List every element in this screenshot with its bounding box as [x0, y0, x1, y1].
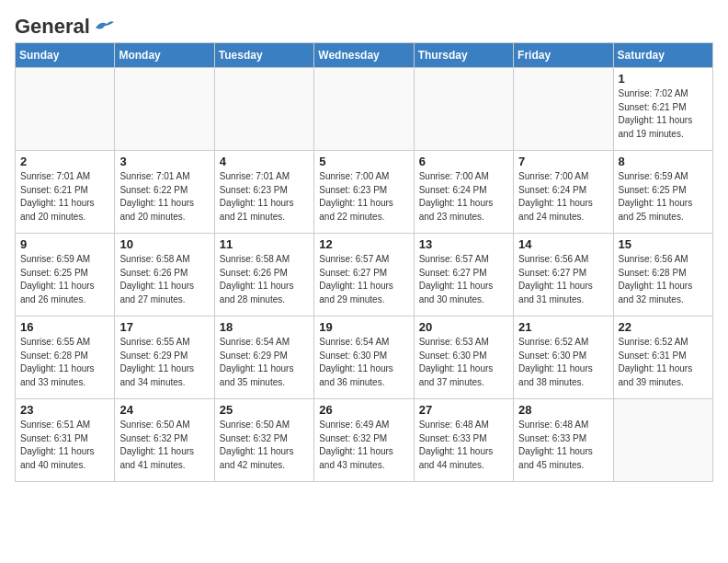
day-number: 17	[119, 320, 209, 334]
day-info: Sunrise: 6:52 AM Sunset: 6:31 PM Dayligh…	[619, 336, 708, 389]
calendar-cell: 18Sunrise: 6:54 AM Sunset: 6:29 PM Dayli…	[214, 316, 313, 399]
col-header-thursday: Thursday	[414, 43, 513, 68]
day-number: 25	[220, 403, 309, 417]
calendar-cell: 9Sunrise: 6:59 AM Sunset: 6:25 PM Daylig…	[16, 234, 115, 316]
calendar-cell: 4Sunrise: 7:01 AM Sunset: 6:23 PM Daylig…	[214, 151, 313, 234]
day-number: 23	[20, 403, 109, 417]
calendar-cell: 15Sunrise: 6:56 AM Sunset: 6:28 PM Dayli…	[613, 234, 712, 316]
day-info: Sunrise: 6:58 AM Sunset: 6:26 PM Dayligh…	[119, 253, 209, 306]
day-number: 6	[419, 155, 508, 168]
calendar-cell: 17Sunrise: 6:55 AM Sunset: 6:29 PM Dayli…	[115, 316, 214, 399]
day-number: 16	[20, 320, 109, 334]
calendar-cell: 19Sunrise: 6:54 AM Sunset: 6:30 PM Dayli…	[314, 316, 414, 399]
col-header-saturday: Saturday	[613, 43, 712, 68]
week-row-2: 2Sunrise: 7:01 AM Sunset: 6:21 PM Daylig…	[16, 151, 713, 234]
logo-bird-icon	[94, 18, 114, 35]
day-info: Sunrise: 7:02 AM Sunset: 6:21 PM Dayligh…	[619, 87, 708, 141]
calendar-cell: 23Sunrise: 6:51 AM Sunset: 6:31 PM Dayli…	[16, 399, 115, 482]
calendar-cell: 25Sunrise: 6:50 AM Sunset: 6:32 PM Dayli…	[214, 399, 313, 482]
day-info: Sunrise: 7:00 AM Sunset: 6:24 PM Dayligh…	[518, 170, 608, 224]
calendar-cell: 26Sunrise: 6:49 AM Sunset: 6:32 PM Dayli…	[314, 399, 414, 482]
day-info: Sunrise: 6:59 AM Sunset: 6:25 PM Dayligh…	[619, 170, 708, 224]
day-info: Sunrise: 7:00 AM Sunset: 6:23 PM Dayligh…	[319, 170, 408, 224]
day-number: 4	[220, 155, 309, 168]
day-number: 12	[319, 237, 408, 251]
calendar-cell	[16, 68, 115, 151]
calendar-cell: 28Sunrise: 6:48 AM Sunset: 6:33 PM Dayli…	[514, 399, 613, 482]
calendar-cell	[214, 68, 313, 151]
day-info: Sunrise: 6:58 AM Sunset: 6:26 PM Dayligh…	[220, 253, 309, 306]
day-info: Sunrise: 6:50 AM Sunset: 6:32 PM Dayligh…	[220, 419, 309, 472]
day-info: Sunrise: 6:56 AM Sunset: 6:28 PM Dayligh…	[619, 253, 708, 306]
calendar-cell: 6Sunrise: 7:00 AM Sunset: 6:24 PM Daylig…	[414, 151, 513, 234]
calendar-header-row: SundayMondayTuesdayWednesdayThursdayFrid…	[16, 43, 713, 68]
day-number: 19	[319, 320, 408, 334]
day-number: 1	[619, 72, 708, 86]
day-info: Sunrise: 6:57 AM Sunset: 6:27 PM Dayligh…	[319, 253, 408, 306]
day-info: Sunrise: 6:54 AM Sunset: 6:30 PM Dayligh…	[319, 336, 408, 389]
day-number: 28	[518, 403, 608, 417]
day-info: Sunrise: 6:57 AM Sunset: 6:27 PM Dayligh…	[419, 253, 508, 306]
day-info: Sunrise: 6:56 AM Sunset: 6:27 PM Dayligh…	[518, 253, 608, 306]
day-info: Sunrise: 6:52 AM Sunset: 6:30 PM Dayligh…	[518, 336, 608, 389]
day-number: 2	[20, 155, 109, 168]
col-header-wednesday: Wednesday	[314, 43, 414, 68]
calendar-cell	[514, 68, 613, 151]
day-number: 15	[619, 237, 708, 251]
page-header: General	[15, 15, 713, 35]
calendar-cell: 22Sunrise: 6:52 AM Sunset: 6:31 PM Dayli…	[613, 316, 712, 399]
calendar-cell: 1Sunrise: 7:02 AM Sunset: 6:21 PM Daylig…	[613, 68, 712, 151]
day-info: Sunrise: 7:00 AM Sunset: 6:24 PM Dayligh…	[419, 170, 508, 224]
col-header-tuesday: Tuesday	[214, 43, 313, 68]
day-info: Sunrise: 6:48 AM Sunset: 6:33 PM Dayligh…	[419, 419, 508, 472]
day-number: 21	[518, 320, 608, 334]
calendar-cell: 8Sunrise: 6:59 AM Sunset: 6:25 PM Daylig…	[613, 151, 712, 234]
day-number: 5	[319, 155, 408, 168]
week-row-1: 1Sunrise: 7:02 AM Sunset: 6:21 PM Daylig…	[16, 68, 713, 151]
calendar-cell: 14Sunrise: 6:56 AM Sunset: 6:27 PM Dayli…	[514, 234, 613, 316]
calendar-cell	[613, 399, 712, 482]
day-number: 26	[319, 403, 408, 417]
day-number: 27	[419, 403, 508, 417]
day-info: Sunrise: 7:01 AM Sunset: 6:21 PM Dayligh…	[20, 170, 109, 224]
day-number: 18	[220, 320, 309, 334]
day-number: 13	[419, 237, 508, 251]
day-info: Sunrise: 6:48 AM Sunset: 6:33 PM Dayligh…	[518, 419, 608, 472]
calendar-cell: 21Sunrise: 6:52 AM Sunset: 6:30 PM Dayli…	[514, 316, 613, 399]
col-header-friday: Friday	[514, 43, 613, 68]
day-info: Sunrise: 7:01 AM Sunset: 6:23 PM Dayligh…	[220, 170, 309, 224]
day-info: Sunrise: 6:53 AM Sunset: 6:30 PM Dayligh…	[419, 336, 508, 389]
calendar-cell: 24Sunrise: 6:50 AM Sunset: 6:32 PM Dayli…	[115, 399, 214, 482]
week-row-3: 9Sunrise: 6:59 AM Sunset: 6:25 PM Daylig…	[16, 234, 713, 316]
calendar-cell	[314, 68, 414, 151]
calendar-cell: 27Sunrise: 6:48 AM Sunset: 6:33 PM Dayli…	[414, 399, 513, 482]
week-row-4: 16Sunrise: 6:55 AM Sunset: 6:28 PM Dayli…	[16, 316, 713, 399]
calendar-cell: 3Sunrise: 7:01 AM Sunset: 6:22 PM Daylig…	[115, 151, 214, 234]
week-row-5: 23Sunrise: 6:51 AM Sunset: 6:31 PM Dayli…	[16, 399, 713, 482]
calendar-cell: 16Sunrise: 6:55 AM Sunset: 6:28 PM Dayli…	[16, 316, 115, 399]
day-info: Sunrise: 6:49 AM Sunset: 6:32 PM Dayligh…	[319, 419, 408, 472]
day-info: Sunrise: 6:55 AM Sunset: 6:29 PM Dayligh…	[119, 336, 209, 389]
calendar-cell	[414, 68, 513, 151]
logo: General	[15, 15, 114, 35]
day-info: Sunrise: 6:54 AM Sunset: 6:29 PM Dayligh…	[220, 336, 309, 389]
day-number: 14	[518, 237, 608, 251]
day-number: 3	[119, 155, 209, 168]
calendar-cell: 11Sunrise: 6:58 AM Sunset: 6:26 PM Dayli…	[214, 234, 313, 316]
col-header-sunday: Sunday	[16, 43, 115, 68]
calendar-cell: 20Sunrise: 6:53 AM Sunset: 6:30 PM Dayli…	[414, 316, 513, 399]
calendar-cell: 10Sunrise: 6:58 AM Sunset: 6:26 PM Dayli…	[115, 234, 214, 316]
day-number: 22	[619, 320, 708, 334]
col-header-monday: Monday	[115, 43, 214, 68]
day-info: Sunrise: 6:50 AM Sunset: 6:32 PM Dayligh…	[119, 419, 209, 472]
day-number: 8	[619, 155, 708, 168]
day-number: 20	[419, 320, 508, 334]
day-number: 11	[220, 237, 309, 251]
calendar-table: SundayMondayTuesdayWednesdayThursdayFrid…	[15, 42, 713, 482]
calendar-cell: 13Sunrise: 6:57 AM Sunset: 6:27 PM Dayli…	[414, 234, 513, 316]
calendar-cell	[115, 68, 214, 151]
calendar-cell: 2Sunrise: 7:01 AM Sunset: 6:21 PM Daylig…	[16, 151, 115, 234]
calendar-cell: 5Sunrise: 7:00 AM Sunset: 6:23 PM Daylig…	[314, 151, 414, 234]
day-info: Sunrise: 7:01 AM Sunset: 6:22 PM Dayligh…	[119, 170, 209, 224]
calendar-cell: 7Sunrise: 7:00 AM Sunset: 6:24 PM Daylig…	[514, 151, 613, 234]
